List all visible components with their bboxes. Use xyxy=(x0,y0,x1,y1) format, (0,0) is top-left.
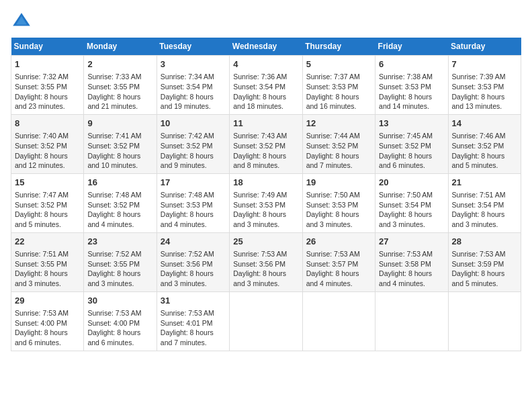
day-number: 7 xyxy=(452,58,517,71)
day-number: 4 xyxy=(233,58,298,71)
logo-icon xyxy=(11,11,32,32)
day-number: 24 xyxy=(161,236,226,248)
day-number: 20 xyxy=(379,177,444,189)
day-number: 17 xyxy=(161,177,226,189)
calendar-cell xyxy=(302,291,375,351)
calendar-cell xyxy=(375,291,448,351)
day-info: Sunrise: 7:48 AM Sunset: 3:53 PM Dayligh… xyxy=(161,190,226,230)
day-number: 28 xyxy=(452,236,517,248)
day-info: Sunrise: 7:43 AM Sunset: 3:52 PM Dayligh… xyxy=(233,131,298,171)
calendar-cell: 24Sunrise: 7:52 AM Sunset: 3:56 PM Dayli… xyxy=(157,232,229,291)
day-number: 5 xyxy=(306,58,371,71)
day-number: 23 xyxy=(87,236,152,248)
calendar-header-friday: Friday xyxy=(375,38,448,56)
calendar-cell: 29Sunrise: 7:53 AM Sunset: 4:00 PM Dayli… xyxy=(11,291,84,351)
day-number: 12 xyxy=(306,118,371,130)
day-number: 29 xyxy=(15,295,80,307)
day-number: 9 xyxy=(87,118,152,130)
day-info: Sunrise: 7:50 AM Sunset: 3:54 PM Dayligh… xyxy=(379,190,444,230)
calendar-week-row: 29Sunrise: 7:53 AM Sunset: 4:00 PM Dayli… xyxy=(11,291,521,351)
day-number: 18 xyxy=(233,177,298,189)
day-info: Sunrise: 7:53 AM Sunset: 3:56 PM Dayligh… xyxy=(233,249,298,289)
calendar-header-wednesday: Wednesday xyxy=(230,38,302,56)
day-number: 19 xyxy=(306,177,371,189)
day-info: Sunrise: 7:51 AM Sunset: 3:55 PM Dayligh… xyxy=(15,249,80,289)
calendar-cell: 23Sunrise: 7:52 AM Sunset: 3:55 PM Dayli… xyxy=(84,232,157,291)
calendar-week-row: 22Sunrise: 7:51 AM Sunset: 3:55 PM Dayli… xyxy=(11,232,521,291)
day-number: 21 xyxy=(452,177,517,189)
day-info: Sunrise: 7:48 AM Sunset: 3:52 PM Dayligh… xyxy=(87,190,152,230)
day-info: Sunrise: 7:39 AM Sunset: 3:53 PM Dayligh… xyxy=(452,72,517,111)
calendar-cell: 26Sunrise: 7:53 AM Sunset: 3:57 PM Dayli… xyxy=(302,232,375,291)
calendar-cell: 11Sunrise: 7:43 AM Sunset: 3:52 PM Dayli… xyxy=(230,114,302,173)
calendar-table: SundayMondayTuesdayWednesdayThursdayFrid… xyxy=(11,38,521,351)
day-info: Sunrise: 7:53 AM Sunset: 4:00 PM Dayligh… xyxy=(87,308,152,348)
calendar-cell: 14Sunrise: 7:46 AM Sunset: 3:52 PM Dayli… xyxy=(448,114,521,173)
day-number: 15 xyxy=(15,177,80,189)
calendar-cell: 6Sunrise: 7:38 AM Sunset: 3:53 PM Daylig… xyxy=(375,56,448,115)
calendar-header-tuesday: Tuesday xyxy=(157,38,229,56)
calendar-cell: 31Sunrise: 7:53 AM Sunset: 4:01 PM Dayli… xyxy=(157,291,229,351)
calendar-cell: 20Sunrise: 7:50 AM Sunset: 3:54 PM Dayli… xyxy=(375,173,448,232)
day-info: Sunrise: 7:36 AM Sunset: 3:54 PM Dayligh… xyxy=(233,72,298,111)
calendar-cell: 17Sunrise: 7:48 AM Sunset: 3:53 PM Dayli… xyxy=(157,173,229,232)
day-number: 11 xyxy=(233,118,298,130)
calendar-cell: 5Sunrise: 7:37 AM Sunset: 3:53 PM Daylig… xyxy=(302,56,375,115)
calendar-cell: 12Sunrise: 7:44 AM Sunset: 3:52 PM Dayli… xyxy=(302,114,375,173)
day-number: 13 xyxy=(379,118,444,130)
calendar-cell: 3Sunrise: 7:34 AM Sunset: 3:54 PM Daylig… xyxy=(157,56,229,115)
calendar-week-row: 8Sunrise: 7:40 AM Sunset: 3:52 PM Daylig… xyxy=(11,114,521,173)
day-number: 16 xyxy=(87,177,152,189)
day-info: Sunrise: 7:33 AM Sunset: 3:55 PM Dayligh… xyxy=(87,72,152,111)
calendar-header-monday: Monday xyxy=(84,38,157,56)
calendar-cell: 16Sunrise: 7:48 AM Sunset: 3:52 PM Dayli… xyxy=(84,173,157,232)
day-number: 14 xyxy=(452,118,517,130)
calendar-cell: 4Sunrise: 7:36 AM Sunset: 3:54 PM Daylig… xyxy=(230,56,302,115)
logo xyxy=(11,11,35,32)
calendar-cell: 1Sunrise: 7:32 AM Sunset: 3:55 PM Daylig… xyxy=(11,56,84,115)
calendar-cell: 25Sunrise: 7:53 AM Sunset: 3:56 PM Dayli… xyxy=(230,232,302,291)
calendar-cell: 28Sunrise: 7:53 AM Sunset: 3:59 PM Dayli… xyxy=(448,232,521,291)
calendar-header-saturday: Saturday xyxy=(448,38,521,56)
day-info: Sunrise: 7:32 AM Sunset: 3:55 PM Dayligh… xyxy=(15,72,80,111)
calendar-cell: 27Sunrise: 7:53 AM Sunset: 3:58 PM Dayli… xyxy=(375,232,448,291)
day-info: Sunrise: 7:47 AM Sunset: 3:52 PM Dayligh… xyxy=(15,190,80,230)
day-info: Sunrise: 7:34 AM Sunset: 3:54 PM Dayligh… xyxy=(161,72,226,111)
calendar-week-row: 15Sunrise: 7:47 AM Sunset: 3:52 PM Dayli… xyxy=(11,173,521,232)
day-info: Sunrise: 7:51 AM Sunset: 3:54 PM Dayligh… xyxy=(452,190,517,230)
day-number: 10 xyxy=(161,118,226,130)
day-info: Sunrise: 7:50 AM Sunset: 3:53 PM Dayligh… xyxy=(306,190,371,230)
calendar-cell: 15Sunrise: 7:47 AM Sunset: 3:52 PM Dayli… xyxy=(11,173,84,232)
calendar-cell: 10Sunrise: 7:42 AM Sunset: 3:52 PM Dayli… xyxy=(157,114,229,173)
day-info: Sunrise: 7:45 AM Sunset: 3:52 PM Dayligh… xyxy=(379,131,444,171)
day-number: 3 xyxy=(161,58,226,71)
day-number: 25 xyxy=(233,236,298,248)
day-number: 8 xyxy=(15,118,80,130)
calendar-cell: 13Sunrise: 7:45 AM Sunset: 3:52 PM Dayli… xyxy=(375,114,448,173)
calendar-header-thursday: Thursday xyxy=(302,38,375,56)
calendar-body: 1Sunrise: 7:32 AM Sunset: 3:55 PM Daylig… xyxy=(11,56,521,351)
day-number: 2 xyxy=(87,58,152,71)
day-info: Sunrise: 7:46 AM Sunset: 3:52 PM Dayligh… xyxy=(452,131,517,171)
day-number: 22 xyxy=(15,236,80,248)
calendar-header-sunday: Sunday xyxy=(11,38,84,56)
calendar-week-row: 1Sunrise: 7:32 AM Sunset: 3:55 PM Daylig… xyxy=(11,56,521,115)
day-info: Sunrise: 7:44 AM Sunset: 3:52 PM Dayligh… xyxy=(306,131,371,171)
calendar-cell xyxy=(448,291,521,351)
calendar-cell: 7Sunrise: 7:39 AM Sunset: 3:53 PM Daylig… xyxy=(448,56,521,115)
day-number: 31 xyxy=(161,295,226,307)
day-info: Sunrise: 7:49 AM Sunset: 3:53 PM Dayligh… xyxy=(233,190,298,230)
day-info: Sunrise: 7:53 AM Sunset: 3:59 PM Dayligh… xyxy=(452,249,517,289)
day-info: Sunrise: 7:53 AM Sunset: 4:01 PM Dayligh… xyxy=(161,308,226,348)
calendar-cell: 19Sunrise: 7:50 AM Sunset: 3:53 PM Dayli… xyxy=(302,173,375,232)
page-header xyxy=(11,11,521,32)
calendar-cell: 22Sunrise: 7:51 AM Sunset: 3:55 PM Dayli… xyxy=(11,232,84,291)
day-info: Sunrise: 7:53 AM Sunset: 3:57 PM Dayligh… xyxy=(306,249,371,289)
day-info: Sunrise: 7:53 AM Sunset: 4:00 PM Dayligh… xyxy=(15,308,80,348)
calendar-cell: 2Sunrise: 7:33 AM Sunset: 3:55 PM Daylig… xyxy=(84,56,157,115)
calendar-cell: 30Sunrise: 7:53 AM Sunset: 4:00 PM Dayli… xyxy=(84,291,157,351)
day-info: Sunrise: 7:52 AM Sunset: 3:55 PM Dayligh… xyxy=(87,249,152,289)
day-info: Sunrise: 7:38 AM Sunset: 3:53 PM Dayligh… xyxy=(379,72,444,111)
calendar-cell: 9Sunrise: 7:41 AM Sunset: 3:52 PM Daylig… xyxy=(84,114,157,173)
calendar-header-row: SundayMondayTuesdayWednesdayThursdayFrid… xyxy=(11,38,521,56)
